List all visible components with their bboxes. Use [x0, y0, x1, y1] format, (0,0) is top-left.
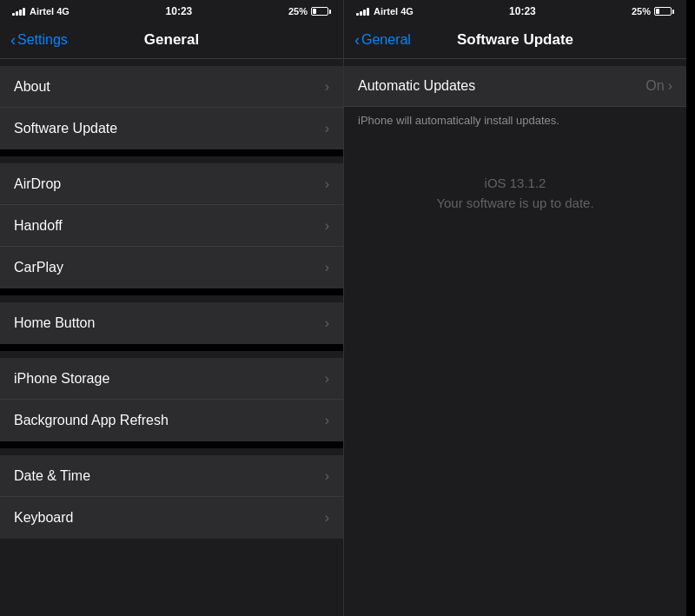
right-carrier: Airtel 4G — [356, 6, 414, 17]
right-nav-title: Software Update — [457, 31, 573, 49]
right-time: 10:23 — [509, 5, 536, 17]
list-item-airdrop[interactable]: AirDrop › — [0, 163, 343, 205]
back-label-left: Settings — [17, 32, 68, 48]
list-item-background-app-refresh[interactable]: Background App Refresh › — [0, 400, 343, 441]
carrier-label: Airtel 4G — [30, 6, 70, 17]
software-update-label: Software Update — [14, 121, 117, 136]
battery-body-left — [311, 7, 328, 16]
signal-bars-icon — [12, 8, 25, 16]
software-update-chevron-icon: › — [325, 121, 329, 136]
list-item-keyboard[interactable]: Keyboard › — [0, 497, 343, 539]
battery-icon-right — [654, 7, 674, 16]
list-item-software-update[interactable]: Software Update › — [0, 108, 343, 149]
list-item-carplay[interactable]: CarPlay › — [0, 247, 343, 288]
automatic-updates-row[interactable]: Automatic Updates On › — [344, 66, 686, 107]
signal-bar-4 — [23, 8, 25, 16]
signal-bar-2 — [16, 11, 18, 16]
right-signal-bar-4 — [367, 8, 369, 16]
separator-3 — [0, 344, 343, 351]
right-signal-bar-3 — [363, 10, 366, 16]
battery-fill-right — [656, 9, 659, 14]
section-group-5: Date & Time › Keyboard › — [0, 455, 343, 539]
back-chevron-icon: ‹ — [10, 32, 16, 48]
carplay-label: CarPlay — [14, 260, 63, 275]
automatic-updates-value: On — [645, 78, 664, 94]
ios-version-label: iOS 13.1.2 — [485, 176, 546, 190]
battery-percent-right: 25% — [632, 6, 651, 17]
handoff-chevron-icon: › — [325, 218, 329, 234]
left-nav-title: General — [144, 31, 199, 49]
left-carrier: Airtel 4G — [12, 6, 70, 17]
signal-bar-1 — [12, 13, 15, 16]
home-button-chevron-icon: › — [325, 315, 329, 331]
battery-body-right — [654, 7, 672, 16]
left-back-button[interactable]: ‹ Settings — [10, 32, 68, 48]
right-signal-bars-icon — [356, 8, 369, 16]
battery-tip-left — [329, 10, 331, 14]
left-phone-panel: Airtel 4G 10:23 25% ‹ Settings General A… — [0, 0, 343, 616]
separator-4 — [0, 441, 343, 448]
right-battery-area: 25% — [632, 6, 674, 17]
list-item-home-button[interactable]: Home Button › — [0, 302, 343, 344]
section-group-2: AirDrop › Handoff › CarPlay › — [0, 163, 343, 288]
battery-tip-right — [672, 10, 674, 14]
background-app-refresh-label: Background App Refresh — [14, 413, 169, 428]
keyboard-label: Keyboard — [14, 510, 74, 526]
right-signal-bar-2 — [360, 11, 362, 16]
left-status-bar: Airtel 4G 10:23 25% — [0, 0, 343, 21]
list-item-iphone-storage[interactable]: iPhone Storage › — [0, 358, 343, 400]
sw-status-area: iOS 13.1.2 Your software is up to date. — [344, 141, 686, 245]
airdrop-chevron-icon: › — [325, 176, 329, 192]
section-group-4: iPhone Storage › Background App Refresh … — [0, 358, 343, 441]
left-nav-bar: ‹ Settings General — [0, 21, 343, 59]
date-time-chevron-icon: › — [325, 468, 329, 484]
right-back-button[interactable]: ‹ General — [354, 32, 411, 48]
list-item-handoff[interactable]: Handoff › — [0, 205, 343, 247]
automatic-updates-value-area: On › — [645, 78, 672, 94]
iphone-storage-chevron-icon: › — [325, 371, 329, 387]
right-back-chevron-icon: ‹ — [354, 32, 360, 48]
sw-description: iPhone will automatically install update… — [344, 107, 686, 141]
keyboard-chevron-icon: › — [325, 510, 329, 526]
right-carrier-label: Airtel 4G — [374, 6, 414, 17]
home-button-label: Home Button — [14, 315, 95, 331]
software-update-content: Automatic Updates On › iPhone will autom… — [344, 59, 686, 616]
battery-fill-left — [313, 9, 316, 14]
uptodate-label: Your software is up to date. — [436, 195, 593, 210]
section-group-3: Home Button › — [0, 302, 343, 344]
automatic-updates-chevron-icon: › — [668, 78, 672, 94]
iphone-storage-label: iPhone Storage — [14, 371, 109, 387]
left-battery-area: 25% — [288, 6, 331, 17]
right-phone-panel: Airtel 4G 10:23 25% ‹ General Software U… — [343, 0, 686, 616]
back-label-right: General — [361, 32, 411, 48]
list-item-about[interactable]: About › — [0, 66, 343, 108]
right-status-bar: Airtel 4G 10:23 25% — [344, 0, 686, 21]
list-item-date-time[interactable]: Date & Time › — [0, 455, 343, 497]
carplay-chevron-icon: › — [325, 260, 329, 275]
date-time-label: Date & Time — [14, 468, 90, 484]
separator-1 — [0, 149, 343, 156]
airdrop-label: AirDrop — [14, 176, 61, 192]
separator-2 — [0, 288, 343, 295]
left-settings-list: About › Software Update › AirDrop › Hand… — [0, 59, 343, 616]
left-time: 10:23 — [166, 5, 193, 17]
about-chevron-icon: › — [325, 79, 329, 95]
handoff-label: Handoff — [14, 218, 63, 234]
battery-icon-left — [311, 7, 331, 16]
signal-bar-3 — [19, 10, 22, 16]
about-label: About — [14, 79, 50, 95]
background-app-refresh-chevron-icon: › — [325, 413, 329, 428]
automatic-updates-label: Automatic Updates — [358, 78, 475, 94]
right-nav-bar: ‹ General Software Update — [344, 21, 686, 59]
right-signal-bar-1 — [356, 13, 359, 16]
battery-percent-left: 25% — [288, 6, 308, 17]
section-group-1: About › Software Update › — [0, 66, 343, 149]
